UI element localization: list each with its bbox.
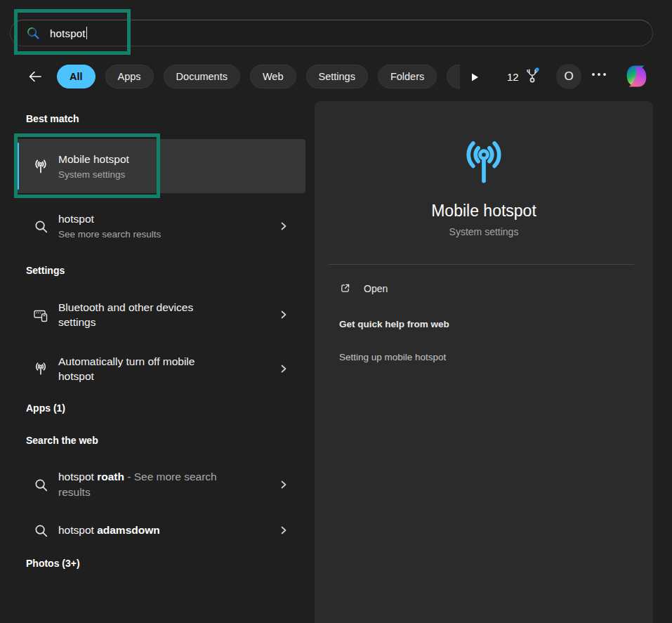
result-title: Mobile hotspot (58, 152, 129, 166)
tab-all[interactable]: All (57, 65, 95, 88)
tab-folders[interactable]: Folders (378, 65, 437, 88)
tab-documents[interactable]: Documents (164, 65, 240, 88)
chevron-right-icon (279, 480, 289, 490)
section-header-search-the-web: Search the web (26, 435, 98, 446)
result-web-hotspot-roath[interactable]: hotspot roath - See more search results (15, 459, 305, 511)
avatar-initial: O (564, 70, 573, 84)
tab-web[interactable]: Web (250, 65, 296, 88)
scroll-tabs-right-button[interactable] (467, 70, 482, 85)
mobile-hotspot-icon-large (457, 136, 510, 189)
copilot-icon[interactable] (624, 63, 650, 89)
filter-tabs: All Apps Documents Web Settings Folders … (57, 63, 460, 90)
section-header-apps: Apps (1) (26, 402, 65, 414)
result-bluetooth-settings[interactable]: Bluetooth and other devices settings (15, 287, 305, 343)
open-action-label: Open (364, 283, 388, 294)
search-result-icon (34, 219, 48, 233)
open-external-icon (339, 282, 351, 294)
windows-search-flyout: { "colors": { "annotation_green": "#1181… (0, 0, 672, 623)
result-title: hotspot (58, 211, 161, 226)
preview-title: Mobile hotspot (315, 202, 653, 221)
rewards-trophy-icon (524, 67, 541, 86)
back-arrow-icon (27, 69, 43, 84)
chevron-right-icon (279, 525, 289, 535)
help-section-header: Get quick help from web (339, 319, 449, 329)
preview-subtitle: System settings (315, 226, 653, 237)
tab-settings[interactable]: Settings (306, 65, 368, 88)
web-query-prefix: hotspot (58, 471, 97, 483)
result-see-more-hotspot[interactable]: hotspot See more search results (15, 204, 305, 249)
result-auto-turn-off-hotspot[interactable]: Automatically turn off mobile hotspot (15, 343, 305, 395)
back-button[interactable] (27, 68, 44, 85)
preview-panel: Mobile hotspot System settings Open Get … (315, 101, 653, 623)
web-query-prefix: hotspot (58, 524, 97, 536)
search-result-icon (34, 478, 48, 492)
search-query-text[interactable]: hotspot (50, 27, 86, 39)
result-best-match-mobile-hotspot[interactable]: Mobile hotspot System settings (15, 139, 305, 193)
web-query-bold: roath (97, 471, 124, 483)
open-action[interactable]: Open (339, 282, 388, 294)
play-icon (469, 72, 480, 83)
search-icon (26, 26, 40, 40)
mobile-hotspot-icon (32, 158, 49, 175)
search-result-icon (34, 523, 48, 537)
result-title: Bluetooth and other devices settings (58, 300, 223, 329)
result-title: Automatically turn off mobile hotspot (58, 354, 223, 383)
section-header-settings: Settings (26, 265, 65, 276)
more-options-button[interactable] (592, 73, 606, 76)
section-header-best-match: Best match (26, 113, 79, 124)
result-subtitle: See more search results (58, 228, 161, 241)
web-query-bold: adamsdown (97, 524, 160, 536)
tab-photos[interactable]: Photos (447, 65, 460, 88)
rewards-points: 12 (507, 71, 519, 83)
selection-indicator (17, 143, 19, 190)
divider (329, 264, 634, 265)
chevron-right-icon (279, 364, 289, 374)
chevron-right-icon (279, 221, 289, 231)
section-header-photos: Photos (3+) (26, 558, 80, 569)
user-avatar[interactable]: O (556, 64, 581, 89)
devices-icon (32, 306, 49, 323)
filter-bar: All Apps Documents Web Settings Folders … (0, 63, 672, 90)
mobile-hotspot-icon (33, 361, 48, 376)
text-caret (86, 27, 87, 39)
rewards-button[interactable]: 12 (507, 67, 541, 86)
result-web-hotspot-adamsdown[interactable]: hotspot adamsdown (15, 515, 305, 546)
chevron-right-icon (279, 310, 289, 320)
more-options-icon (592, 73, 595, 76)
tab-apps[interactable]: Apps (105, 65, 154, 88)
search-input[interactable]: hotspot (10, 20, 653, 46)
help-link-setting-up-hotspot[interactable]: Setting up mobile hotspot (339, 352, 446, 362)
result-subtitle: System settings (58, 168, 129, 181)
